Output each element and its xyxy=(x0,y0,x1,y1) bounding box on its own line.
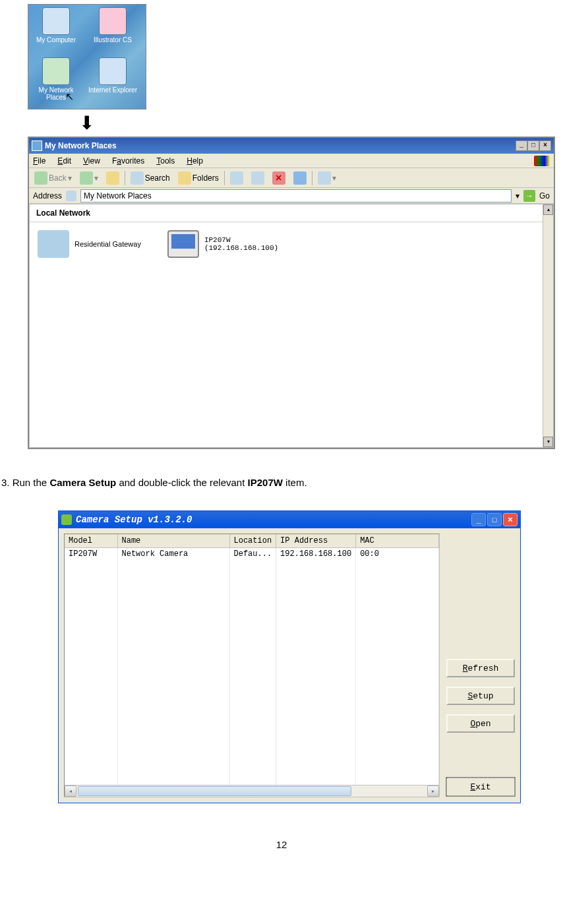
copy-button[interactable] xyxy=(249,170,267,186)
menu-edit[interactable]: Edit xyxy=(57,156,71,166)
gateway-icon xyxy=(38,230,69,258)
window-icon xyxy=(32,140,42,151)
titlebar: My Network Places _ □ × xyxy=(29,138,554,154)
menu-help[interactable]: Help xyxy=(187,156,203,166)
desktop-icon-illustrator[interactable]: Illustrator CS xyxy=(86,7,139,44)
minimize-button[interactable]: _ xyxy=(471,513,486,526)
table-row xyxy=(65,679,439,693)
address-input[interactable] xyxy=(80,189,512,202)
refresh-button[interactable]: Refresh xyxy=(446,659,515,677)
table-row xyxy=(65,719,439,732)
minimize-button[interactable]: _ xyxy=(516,140,527,151)
address-dropdown[interactable]: ▾ xyxy=(516,191,519,200)
forward-button[interactable]: ▾ xyxy=(77,170,101,186)
network-places-window: My Network Places _ □ × File Edit View F… xyxy=(28,137,555,449)
item-residential-gateway[interactable]: Residential Gateway xyxy=(38,230,141,258)
camera-setup-window: Camera Setup v1.3.2.0 _ □ × Model Name L… xyxy=(58,510,521,804)
horizontal-scrollbar[interactable]: ◂ ▸ xyxy=(65,785,439,797)
search-icon xyxy=(131,171,144,185)
cell-mac: 00:0 xyxy=(356,547,439,561)
address-label: Address xyxy=(33,191,62,200)
network-places-icon xyxy=(42,57,70,85)
scroll-right-button[interactable]: ▸ xyxy=(427,785,439,797)
table-row xyxy=(65,772,439,785)
menu-favorites[interactable]: Favorites xyxy=(112,156,144,166)
col-model[interactable]: Model xyxy=(65,534,117,548)
open-button[interactable]: Open xyxy=(446,714,515,733)
folders-icon xyxy=(178,171,191,185)
col-ip[interactable]: IP Address xyxy=(276,534,356,548)
exit-button[interactable]: Exit xyxy=(446,778,515,796)
close-button[interactable]: × xyxy=(503,513,518,526)
maximize-button[interactable]: □ xyxy=(527,140,539,151)
window-title: My Network Places xyxy=(45,141,117,150)
computer-icon xyxy=(42,7,70,35)
table-row xyxy=(65,600,439,613)
scroll-up-button[interactable]: ▴ xyxy=(543,204,553,215)
back-button[interactable]: Back ▾ xyxy=(32,170,74,186)
forward-icon xyxy=(80,171,93,185)
copy-icon xyxy=(251,171,264,185)
delete-button[interactable]: × xyxy=(270,170,288,186)
maximize-button[interactable]: □ xyxy=(487,513,502,526)
undo-button[interactable] xyxy=(291,170,309,186)
col-mac[interactable]: MAC xyxy=(356,534,439,548)
desktop-icon-mycomputer[interactable]: My Computer xyxy=(30,7,82,44)
move-button[interactable] xyxy=(227,170,246,186)
toolbar: Back ▾ ▾ Search Folders × ▾ xyxy=(29,168,554,188)
table-row xyxy=(65,732,439,745)
table-row[interactable]: IP207W Network Camera Defau... 192.168.1… xyxy=(65,547,439,561)
folders-button[interactable]: Folders xyxy=(175,170,222,186)
cell-name: Network Camera xyxy=(117,547,229,561)
up-button[interactable] xyxy=(104,170,122,186)
window-title: Camera Setup v1.3.2.0 xyxy=(76,514,192,525)
go-button[interactable]: → xyxy=(523,190,535,202)
camera-ip: (192.168.168.100) xyxy=(204,244,278,252)
windows-flag-icon xyxy=(534,156,550,166)
cell-ip: 192.168.168.100 xyxy=(276,547,356,561)
item-label: Residential Gateway xyxy=(74,240,141,248)
table-row xyxy=(65,627,439,640)
delete-icon: × xyxy=(272,171,285,185)
vertical-scrollbar[interactable]: ▴ ▾ xyxy=(543,204,553,447)
menu-view[interactable]: View xyxy=(83,156,100,166)
camera-name: IP207W xyxy=(204,236,278,244)
cell-location: Defau... xyxy=(229,547,276,561)
table-row xyxy=(65,745,439,758)
desktop-icon-network-places[interactable]: My Network Places xyxy=(30,57,82,101)
button-panel: Refresh Setup Open Exit xyxy=(446,534,515,798)
scroll-thumb[interactable] xyxy=(78,786,351,796)
instruction-text: 3. Run the Camera Setup and double-click… xyxy=(1,476,563,491)
views-button[interactable]: ▾ xyxy=(315,170,339,186)
table-row xyxy=(65,613,439,627)
move-icon xyxy=(230,171,243,185)
table-header-row: Model Name Location IP Address MAC xyxy=(65,534,439,548)
titlebar: Camera Setup v1.3.2.0 _ □ × xyxy=(59,511,520,528)
scroll-left-button[interactable]: ◂ xyxy=(65,785,76,797)
go-label: Go xyxy=(539,191,550,200)
cell-model: IP207W xyxy=(65,547,117,561)
ie-icon xyxy=(99,57,127,85)
desktop-icon-ie[interactable]: Internet Explorer xyxy=(86,57,139,94)
group-header: Local Network xyxy=(30,204,553,222)
scroll-down-button[interactable]: ▾ xyxy=(543,437,553,447)
table-row xyxy=(65,640,439,653)
item-ip-camera[interactable]: IP207W (192.168.168.100) xyxy=(167,230,278,258)
content-area: Local Network Residential Gateway IP207W… xyxy=(29,204,554,448)
table-row xyxy=(65,758,439,772)
col-location[interactable]: Location xyxy=(229,534,276,548)
col-name[interactable]: Name xyxy=(117,534,229,548)
back-icon xyxy=(34,171,47,185)
close-button[interactable]: × xyxy=(539,140,551,151)
icon-label: Internet Explorer xyxy=(88,86,137,94)
illustrator-icon xyxy=(99,7,127,35)
menu-tools[interactable]: Tools xyxy=(156,156,175,166)
setup-button[interactable]: Setup xyxy=(446,687,515,705)
down-arrow-icon: ⬇ xyxy=(79,112,563,134)
page-number: 12 xyxy=(0,839,563,850)
table-row xyxy=(65,693,439,706)
address-icon xyxy=(66,191,76,201)
search-button[interactable]: Search xyxy=(128,170,173,186)
menu-file[interactable]: File xyxy=(33,156,45,166)
icon-label: Illustrator CS xyxy=(94,36,132,44)
